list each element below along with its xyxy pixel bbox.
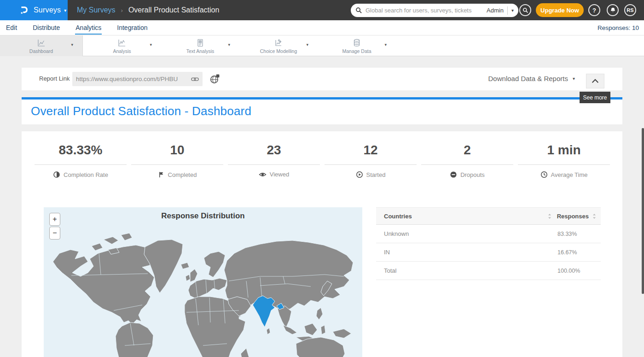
- stat-value: 83.33%: [32, 143, 129, 158]
- response-distribution-map: Response Distribution + −: [44, 207, 362, 357]
- tab-distribute[interactable]: Distribute: [32, 21, 60, 35]
- stat-value: 1 min: [516, 143, 612, 158]
- stat-label: Completed: [168, 171, 197, 178]
- search-icon: [522, 7, 528, 13]
- chevron-down-icon: ▾: [64, 8, 66, 13]
- world-map[interactable]: [44, 207, 362, 357]
- stat-value: 10: [129, 143, 226, 158]
- toolbar-analysis[interactable]: Analysis ▾: [83, 35, 161, 56]
- tab-analytics[interactable]: Analytics: [75, 21, 102, 35]
- map-title: Response Distribution: [44, 211, 362, 221]
- column-header-responses[interactable]: Responses: [557, 213, 589, 220]
- upgrade-label: Upgrade Now: [540, 7, 579, 14]
- chevron-down-icon[interactable]: ▾: [384, 42, 387, 47]
- global-search[interactable]: Admin ▾: [351, 4, 518, 17]
- responses-cell: 100.00%: [557, 268, 601, 274]
- top-header: Surveys ▾ My Surveys › Overall Product S…: [0, 0, 644, 20]
- divider: [131, 164, 223, 165]
- download-label: Download Data & Reports: [488, 75, 568, 82]
- search-input[interactable]: [366, 7, 487, 14]
- questionpro-logo-icon: [19, 5, 29, 15]
- chevron-up-icon: [591, 78, 599, 84]
- stat-average-time: 1 min Average Time: [516, 143, 612, 180]
- pie-icon: [53, 171, 60, 178]
- report-url-field[interactable]: https://www.questionpro.com/t/PHBU: [72, 72, 203, 86]
- toolbar-label: Dashboard: [29, 48, 53, 54]
- analytics-toolbar: Dashboard ▾ Analysis ▾ Text Analysis ▾: [0, 35, 644, 56]
- toolbar-manage-data[interactable]: Manage Data ▾: [318, 35, 396, 56]
- globe-privacy-icon[interactable]: [209, 74, 220, 86]
- advanced-search-button[interactable]: [519, 4, 531, 16]
- stat-value: 23: [226, 143, 322, 158]
- divider: [507, 6, 508, 15]
- map-zoom-out-button[interactable]: −: [49, 227, 60, 240]
- search-scope[interactable]: Admin: [487, 7, 504, 14]
- choice-modelling-icon: [273, 38, 284, 47]
- avatar[interactable]: RS: [624, 4, 636, 16]
- analysis-chart-icon: [117, 38, 127, 47]
- download-data-reports-dropdown[interactable]: Download Data & Reports ▾: [488, 75, 575, 82]
- toolbar-choice-modelling[interactable]: Choice Modelling ▾: [239, 35, 318, 56]
- stat-label: Average Time: [551, 171, 588, 178]
- module-nav: Edit Distribute Analytics Integration Re…: [0, 20, 644, 35]
- toolbar-label: Text Analysis: [186, 48, 215, 54]
- breadcrumb-current: Overall Product Satisfaction: [128, 6, 219, 14]
- breadcrumb: My Surveys › Overall Product Satisfactio…: [77, 0, 219, 20]
- column-header-countries[interactable]: Countries: [376, 213, 548, 220]
- eye-icon: [259, 171, 267, 178]
- sort-icon[interactable]: [548, 213, 551, 219]
- notifications-button[interactable]: [607, 4, 619, 16]
- responses-cell: 83.33%: [557, 231, 601, 237]
- toolbar-label: Choice Modelling: [260, 48, 297, 54]
- chevron-down-icon[interactable]: ▾: [228, 42, 230, 47]
- breadcrumb-separator: ›: [121, 7, 123, 14]
- divider: [228, 164, 320, 165]
- country-cell: IN: [376, 249, 557, 256]
- report-url-value: https://www.questionpro.com/t/PHBU: [76, 76, 191, 82]
- search-scope-caret-icon[interactable]: ▾: [511, 8, 514, 13]
- page-title: Overall Product Satisfaction - Dashboard: [31, 104, 251, 118]
- divider: [518, 164, 610, 165]
- help-button[interactable]: ?: [588, 4, 600, 16]
- responses-count: Responses: 10: [598, 20, 639, 35]
- upgrade-now-button[interactable]: Upgrade Now: [536, 3, 584, 17]
- chevron-down-icon[interactable]: ▾: [71, 42, 73, 47]
- search-icon: [355, 7, 362, 14]
- tab-edit[interactable]: Edit: [6, 21, 17, 35]
- table-row: Unknown 83.33%: [376, 225, 601, 243]
- stat-dropouts: 2 Dropouts: [419, 143, 516, 180]
- title-card: Overall Product Satisfaction - Dashboard: [22, 97, 622, 124]
- dashboard-card: 83.33% Completion Rate 10 Completed 23: [22, 131, 622, 357]
- map-zoom-in-button[interactable]: +: [49, 213, 60, 226]
- chevron-down-icon: ▾: [573, 76, 575, 81]
- report-link-bar: Report Link https://www.questionpro.com/…: [22, 68, 622, 90]
- database-icon: [352, 38, 361, 47]
- question-mark-icon: ?: [592, 7, 596, 14]
- product-switcher[interactable]: Surveys ▾: [0, 0, 68, 20]
- toolbar-label: Manage Data: [342, 48, 371, 54]
- toolbar-dashboard[interactable]: Dashboard ▾: [0, 35, 83, 56]
- table-row: IN 16.67%: [376, 243, 601, 262]
- chevron-down-icon[interactable]: ▾: [306, 42, 308, 47]
- map-country-india[interactable]: [253, 296, 275, 327]
- chevron-down-icon[interactable]: ▾: [150, 42, 152, 47]
- link-icon[interactable]: [191, 76, 199, 82]
- bell-icon: [610, 7, 616, 13]
- toolbar-label: Analysis: [113, 48, 131, 54]
- sort-icon[interactable]: [592, 213, 596, 219]
- stat-label: Viewed: [270, 171, 289, 178]
- line-chart-icon: [36, 38, 46, 47]
- stat-viewed: 23 Viewed: [226, 143, 322, 180]
- scrollbar-thumb[interactable]: [642, 128, 644, 294]
- divider: [421, 164, 513, 165]
- flag-icon: [158, 171, 165, 178]
- stat-label: Dropouts: [460, 171, 485, 178]
- table-header-row: Countries Responses: [376, 207, 601, 225]
- breadcrumb-my-surveys[interactable]: My Surveys: [77, 6, 116, 14]
- stat-value: 2: [419, 143, 516, 158]
- tab-integration[interactable]: Integration: [116, 21, 148, 35]
- toolbar-text-analysis[interactable]: Text Analysis ▾: [161, 35, 239, 56]
- divider: [35, 164, 127, 165]
- divider: [325, 164, 417, 165]
- see-more-toggle-button[interactable]: [586, 74, 604, 88]
